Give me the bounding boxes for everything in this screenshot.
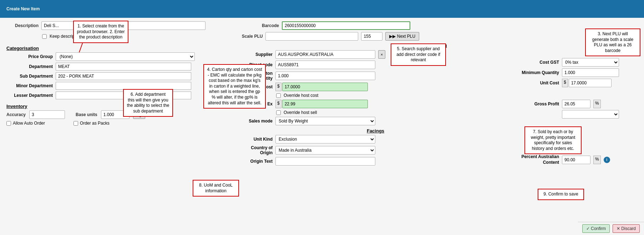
page-title: Create New Item — [6, 6, 40, 11]
cost-gst-select[interactable]: 0% tax — [562, 58, 619, 67]
cost-gst-label: Cost GST — [516, 60, 559, 65]
scale-plu-input[interactable] — [265, 32, 358, 41]
accuracy-label: Accuracy — [6, 112, 26, 117]
allow-auto-order-label: Allow Auto Order — [13, 121, 45, 126]
annotation-7: 7. Sold by each or by weight, pretty imp… — [524, 126, 582, 154]
allow-auto-order-row: Allow Auto Order — [6, 121, 45, 126]
gross-profit-label: Gross Profit — [516, 101, 559, 106]
sell-ex-input[interactable] — [282, 100, 368, 108]
supplier-input[interactable] — [275, 50, 375, 59]
page-header: Create New Item — [0, 0, 644, 18]
minor-department-input[interactable] — [56, 82, 191, 90]
info-icon[interactable]: i — [604, 157, 610, 163]
scale-plu-label: Scale PLU — [230, 34, 263, 39]
carton-cost-input[interactable] — [282, 83, 368, 91]
minor-department-row: Minor Department — [6, 82, 235, 90]
price-group-label: Price Group — [6, 54, 53, 59]
panel-left: Categorisation Price Group (None) Depart… — [6, 43, 235, 167]
gross-profit-pct: % — [593, 100, 601, 108]
min-qty-input[interactable] — [562, 68, 619, 77]
keep-description-checkbox[interactable] — [42, 34, 47, 39]
supplier-clear-btn[interactable]: × — [378, 50, 385, 59]
override-host-cost-label: Override host cost — [284, 93, 318, 98]
department-input[interactable] — [56, 63, 191, 70]
price-group-row: Price Group (None) — [6, 52, 235, 61]
pct-australian-input[interactable] — [562, 156, 590, 164]
sales-mode-label: Sales mode — [240, 119, 273, 124]
barcode-input[interactable] — [282, 21, 410, 30]
main-content: Description Barcode Keep description Sca… — [0, 18, 644, 235]
annotation-5: 5. Search supplier and add direct order … — [391, 43, 446, 66]
accuracy-input[interactable] — [29, 110, 65, 119]
lesser-department-row: Lesser Department — [6, 92, 235, 99]
bottom-bar: ✓ Confirm ✕ Discard — [578, 222, 644, 235]
override-host-sell-checkbox[interactable] — [276, 110, 281, 115]
sub-department-row: Sub Department — [6, 72, 235, 80]
department-label: Department — [6, 64, 53, 69]
direct-code-input[interactable] — [275, 61, 375, 69]
department-row: Department — [6, 63, 235, 70]
sell-ex-input-group: $ — [275, 100, 368, 108]
facings-title: Facings — [240, 128, 511, 134]
sell-ex-dollar: $ — [275, 100, 282, 108]
sales-mode-select[interactable]: Sold By Weight — [275, 117, 375, 125]
annotation-6: 6. Add department this will then give yo… — [123, 89, 173, 117]
order-as-packs-label: Order as Packs — [80, 121, 110, 126]
gp-dropdown[interactable] — [562, 110, 619, 119]
categorisation-title: Categorisation — [6, 46, 235, 51]
minor-department-label: Minor Department — [6, 83, 53, 88]
pricing-main-col: Supplier × Direct code Carton Quantity — [240, 50, 511, 167]
unit-kind-select[interactable]: Exclusion — [275, 135, 375, 143]
origin-text-input[interactable] — [275, 157, 375, 166]
pct-australian-label: Percent Australian Content — [516, 154, 559, 165]
gross-profit-input[interactable] — [562, 100, 590, 108]
pct-australian-pct: % — [593, 156, 601, 164]
country-origin-label: Country of Origin — [240, 145, 273, 155]
unit-cost-dollar: $ — [562, 79, 568, 87]
carton-qty-input[interactable] — [275, 72, 375, 80]
lesser-department-label: Lesser Department — [6, 93, 53, 98]
inventory-title: Inventory — [6, 104, 235, 109]
base-units-label: Base units — [76, 112, 97, 117]
unit-kind-label: Unit Kind — [240, 137, 273, 142]
scale-plu-number[interactable] — [361, 32, 382, 41]
carton-cost-input-group: $ — [275, 83, 368, 91]
annotation-8: 8. UoM and CooL information — [193, 180, 239, 197]
annotation-4: 4. Carton qty and carton cost - EMC will… — [203, 64, 266, 109]
supplier-label: Supplier — [240, 52, 273, 57]
unit-cost-label: Unit Cost — [516, 80, 559, 85]
carton-cost-dollar: $ — [275, 83, 282, 91]
sub-department-label: Sub Department — [6, 74, 53, 79]
description-label: Description — [6, 23, 39, 28]
unit-cost-group: $ — [562, 79, 612, 87]
discard-button[interactable]: ✕ Discard — [613, 224, 640, 233]
barcode-label: Barcode — [247, 23, 279, 28]
next-plu-button[interactable]: ▶▶ Next PLU — [385, 32, 419, 41]
confirm-button[interactable]: ✓ Confirm — [582, 224, 610, 233]
country-origin-select[interactable]: Made in Australia — [275, 146, 375, 155]
svg-line-0 — [79, 42, 83, 52]
annotation-1: 1. Select create from the product browse… — [73, 21, 128, 43]
allow-auto-order-checkbox[interactable] — [6, 121, 11, 126]
override-host-cost-checkbox[interactable] — [276, 93, 281, 98]
min-qty-label: Minimum Quantity — [516, 70, 559, 75]
sub-department-input[interactable] — [56, 72, 191, 80]
order-as-packs-row: Order as Packs — [73, 121, 110, 126]
price-group-select[interactable]: (None) — [56, 52, 195, 61]
override-host-sell-label: Override host sell — [284, 110, 317, 115]
order-as-packs-checkbox[interactable] — [73, 121, 78, 126]
unit-cost-input[interactable] — [569, 79, 612, 87]
origin-text-label: Origin Text — [240, 159, 273, 164]
annotation-9: 9. Confirm to save — [538, 189, 584, 200]
annotation-3: 3. Next PLU will generate both a scale P… — [585, 28, 640, 56]
